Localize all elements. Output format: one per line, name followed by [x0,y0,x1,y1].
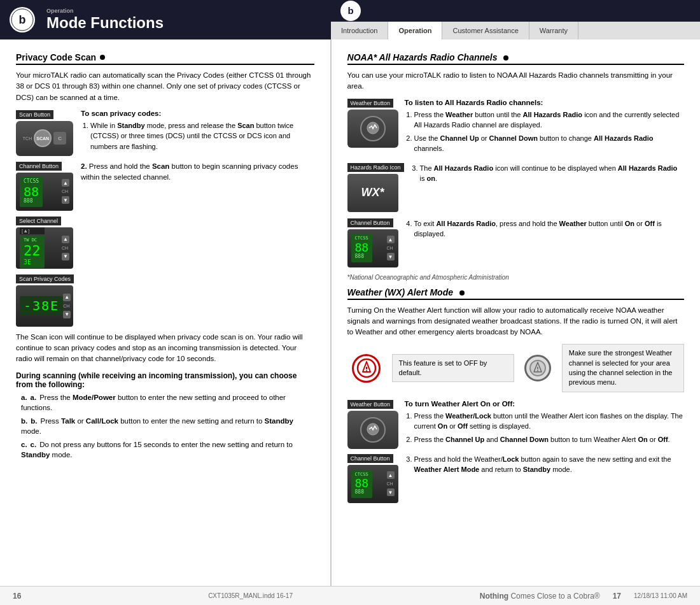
scan-instructions: To scan privacy codes: While in Standby … [81,110,314,155]
privacy-code-scan-title: Privacy Code Scan [16,52,314,65]
wx-alert-intro: Turning On the Weather Alert function wi… [347,305,684,338]
section-dot [100,55,105,60]
turn-on-channel-visual: CTCSS 88 888 ▲ CH ▼ [347,465,398,503]
listen-step-1: Press the Weather button until the All H… [414,110,684,131]
header-logo-left: b [10,7,35,32]
turn-on-channel-device: Channel Button CTCSS 88 888 ▲ CH ▼ [347,454,398,503]
channel-side-buttons: ▲ CH ▼ [62,179,69,204]
file-info: CXT1035R_MANL.indd 16-17 [208,592,293,599]
header-logo-right: b [340,1,361,21]
weather-icon [360,116,386,141]
tab-bar: Introduction Operation Customer Assistan… [331,22,700,39]
scan-button-block: Scan Button TCH SCAN C To scan privacy c… [16,110,314,156]
channel-device-right-visual: CTCSS 88 888 ▲ CH ▼ [347,229,398,267]
left-column: Privacy Code Scan Your microTALK radio c… [0,39,331,586]
scan-steps-list: While in Standby mode, press and release… [90,120,314,152]
noaa-dot [503,55,508,60]
listen-step-3: The All Hazards Radio icon will continue… [420,163,684,184]
alert-text-channel: Make sure the strongest Weather channel … [562,344,684,392]
wx-alert-dot [459,290,465,295]
alert-icon-left [347,351,386,386]
footnote: *National Oceanographic and Atmospheric … [347,274,684,281]
svg-text:b: b [347,5,353,16]
privacy-intro: Your microTALK radio can automatically s… [16,70,314,103]
page-num-right: 17 [613,592,621,601]
scan-privacy-down[interactable]: ▼ [63,311,71,318]
scan-button-device: Scan Button TCH SCAN C [16,110,73,156]
scan-step-1: While in Standby mode, press and release… [90,120,314,152]
tab-customer-assistance[interactable]: Customer Assistance [442,22,529,39]
operation-label-left: Operation [46,8,164,14]
scan-device-visual: TCH SCAN C [16,121,73,156]
channel-right-up[interactable]: ▲ [387,236,395,243]
right-column: NOAA* All Hazards Radio Channels You can… [332,39,700,586]
scan-privacy-label: Scan Privacy Codes [16,274,74,283]
svg-point-6 [366,370,367,371]
turn-on-channel-row: Channel Button CTCSS 88 888 ▲ CH ▼ [347,454,684,503]
hazards-steps: The All Hazards Radio icon will continue… [410,163,684,187]
alert-row: This feature is set to OFF by default. M… [347,344,684,392]
turn-on-channel-btns: ▲ CH ▼ [387,471,395,496]
wx-alert-title: Weather (WX) Alert Mode [347,287,684,300]
svg-text:b: b [19,13,26,26]
turn-on-down[interactable]: ▼ [387,488,395,496]
weather-icon2 [360,417,386,443]
channel-display-right: CTCSS 88 888 [351,234,373,262]
alert-circle-left [352,354,381,383]
channel-button-label: Channel Button [16,162,62,171]
turn-on-steps: To turn Weather Alert On or Off: Press t… [405,400,684,448]
header-title: Mode Functions [46,14,164,32]
channel-display: CTCSS 88 888 [20,176,43,207]
hazards-device: Hazards Radio Icon WX* [347,163,404,212]
channel-button-label3: Channel Button [347,454,393,463]
tab-warranty[interactable]: Warranty [529,22,578,39]
scan-continue-text: The Scan icon will continue to be displa… [16,332,314,365]
page-num-left: 16 [13,592,21,601]
weather-device2-visual [347,411,398,449]
select-channel-block: Select Channel [▲] TW DC 22 3E ▲ CH ▼ [16,216,314,269]
wx-text: WX* [361,186,384,199]
scan-privacy-up[interactable]: ▲ [63,294,71,301]
channel-right-steps: To exit All Hazards Radio, press and hol… [405,218,684,242]
copyright-text: Nothing Comes Close to a Cobra® [480,592,600,601]
tab-introduction[interactable]: Introduction [331,22,388,39]
step2-instruction: 2. Press and hold the Scan button to beg… [81,161,314,183]
noaa-intro: You can use your microTALK radio to list… [347,70,684,92]
page-header: b Operation Mode Functions b Introductio… [0,0,700,39]
hazards-block: Hazards Radio Icon WX* The All Hazards R… [347,163,684,212]
weather-device-visual [347,110,398,148]
select-up-btn[interactable]: ▲ [62,236,69,243]
channel-up-btn[interactable]: ▲ [62,179,69,187]
channel-device-right: Channel Button CTCSS 88 888 ▲ CH ▼ [347,218,398,267]
select-down-btn[interactable]: ▼ [62,253,69,260]
header-left: b Operation Mode Functions [0,0,331,39]
channel-right-down[interactable]: ▼ [387,253,395,260]
scan-privacy-display: -38E [20,296,63,315]
scan-btn-visual: SCAN [34,129,52,147]
scanning-bold: During scanning (while receiving an inco… [16,371,314,389]
channel-button-label2: Channel Button [347,218,393,227]
header-right: b Introduction Operation Customer Assist… [331,0,700,39]
alert-text-off: This feature is set to OFF by default. [392,354,514,383]
channel-down-btn[interactable]: ▼ [62,196,69,204]
scan-privacy-device-visual: -38E ▲ CH ▼ [16,285,73,327]
listen-step-4: To exit All Hazards Radio, press and hol… [414,218,684,239]
scan-privacy-side: ▲ CH ▼ [63,294,71,318]
weather-device: Weather Button [347,99,398,148]
scan-button-label: Scan Button [16,110,53,119]
select-channel-device: Select Channel [▲] TW DC 22 3E ▲ CH ▼ [16,216,73,269]
turn-on-step-3: Press and hold the Weather/Lock button a… [414,454,684,475]
turn-on-title: To turn Weather Alert On or Off: [405,400,684,408]
date-info: 12/18/13 11:00 AM [634,592,687,599]
turn-on-up[interactable]: ▲ [387,471,395,479]
turn-on-section: Weather Button To turn Weather Alert On … [347,400,684,503]
alert-circle-right [524,355,551,381]
hazards-steps-list: The All Hazards Radio icon will continue… [420,163,684,184]
tab-operation[interactable]: Operation [388,22,442,39]
listen-step-2: Use the Channel Up or Channel Down butto… [414,133,684,154]
listen-steps: To listen to All Hazards Radio channels:… [405,99,684,157]
hazards-label: Hazards Radio Icon [347,163,404,172]
select-display: TW DC 22 3E [20,236,45,268]
weather-button-label2: Weather Button [347,400,393,409]
weather-button-label: Weather Button [347,99,393,108]
